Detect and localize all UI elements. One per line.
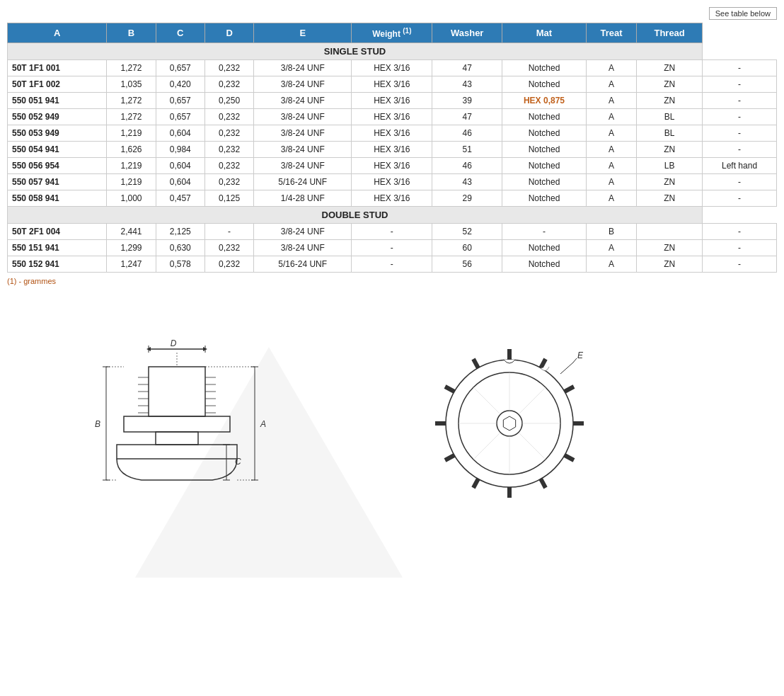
table-cell: Notched xyxy=(502,109,586,125)
table-cell: HEX 3/16 xyxy=(352,125,432,142)
table-cell: B xyxy=(587,224,637,240)
table-cell: 3/8-24 UNF xyxy=(254,240,352,256)
svg-rect-7 xyxy=(149,367,205,416)
table-cell: 0,232 xyxy=(204,109,253,125)
table-cell: 1,035 xyxy=(107,76,156,93)
table-cell: 550 054 941 xyxy=(8,142,107,158)
table-row: 550 053 9491,2190,6040,2323/8-24 UNFHEX … xyxy=(8,125,777,142)
svg-text:C: C xyxy=(235,457,241,467)
table-cell: ZN xyxy=(637,142,703,158)
table-cell: 550 151 941 xyxy=(8,240,107,256)
table-cell: ZN xyxy=(637,60,703,76)
table-cell: 1/4-28 UNF xyxy=(254,190,352,207)
side-view-diagram: D B A C xyxy=(64,314,304,533)
table-cell: 0,984 xyxy=(156,142,204,158)
table-cell: 550 051 941 xyxy=(8,93,107,109)
table-cell: - xyxy=(703,60,777,76)
col-header-E: E xyxy=(254,23,352,43)
svg-line-61 xyxy=(519,387,546,414)
table-cell: 1,272 xyxy=(107,109,156,125)
table-cell: ZN xyxy=(637,190,703,207)
table-cell: HEX 3/16 xyxy=(352,142,432,158)
table-cell: - xyxy=(352,240,432,256)
svg-line-59 xyxy=(473,387,500,414)
table-cell: 0,232 xyxy=(204,256,253,273)
svg-marker-42 xyxy=(503,416,515,430)
table-cell: 2,441 xyxy=(107,224,156,240)
table-cell: 0,232 xyxy=(204,174,253,190)
table-cell: - xyxy=(703,109,777,125)
svg-line-48 xyxy=(541,479,546,488)
table-cell: 1,626 xyxy=(107,142,156,158)
table-cell: - xyxy=(703,125,777,142)
table-row: 550 056 9541,2190,6040,2323/8-24 UNFHEX … xyxy=(8,158,777,174)
table-cell: 1,219 xyxy=(107,125,156,142)
table-cell: Notched xyxy=(502,76,586,93)
table-cell: A xyxy=(587,158,637,174)
table-cell: 3/8-24 UNF xyxy=(254,93,352,109)
table-cell: HEX 3/16 xyxy=(352,76,432,93)
table-cell: 1,272 xyxy=(107,93,156,109)
col-header-weight: Weight (1) xyxy=(352,23,432,43)
table-cell: HEX 3/16 xyxy=(352,60,432,76)
table-cell xyxy=(637,224,703,240)
table-cell: - xyxy=(502,224,586,240)
table-cell: 1,272 xyxy=(107,60,156,76)
note-box-text: See table below xyxy=(709,7,777,20)
front-view-diagram: E xyxy=(432,346,587,501)
table-cell: ZN xyxy=(637,240,703,256)
table-row: 550 052 9491,2720,6570,2323/8-24 UNFHEX … xyxy=(8,109,777,125)
svg-line-64 xyxy=(573,358,577,363)
table-cell: A xyxy=(587,60,637,76)
table-row: 550 051 9411,2720,6570,2503/8-24 UNFHEX … xyxy=(8,93,777,109)
table-cell: 3/8-24 UNF xyxy=(254,60,352,76)
table-cell: 0,657 xyxy=(156,60,204,76)
table-row: 550 151 9411,2990,6300,2323/8-24 UNF-60N… xyxy=(8,240,777,256)
table-cell: 0,457 xyxy=(156,190,204,207)
table-cell: A xyxy=(587,256,637,273)
table-cell: 0,604 xyxy=(156,158,204,174)
table-cell: 51 xyxy=(432,142,502,158)
table-cell: 0,232 xyxy=(204,60,253,76)
svg-line-50 xyxy=(473,479,478,488)
col-header-treat: Treat xyxy=(587,23,637,43)
table-cell: 2,125 xyxy=(156,224,204,240)
table-cell: HEX 3/16 xyxy=(352,174,432,190)
table-cell: 550 053 949 xyxy=(8,125,107,142)
table-cell: 550 057 941 xyxy=(8,174,107,190)
col-header-C: C xyxy=(156,23,204,43)
svg-line-54 xyxy=(473,359,478,368)
table-cell: - xyxy=(703,190,777,207)
table-cell: BL xyxy=(637,125,703,142)
table-cell: 0,604 xyxy=(156,174,204,190)
table-cell: 0,232 xyxy=(204,125,253,142)
table-cell: 3/8-24 UNF xyxy=(254,224,352,240)
table-cell: 43 xyxy=(432,174,502,190)
table-cell: 47 xyxy=(432,109,502,125)
col-header-mat: Mat xyxy=(502,23,586,43)
footnote: (1) - grammes xyxy=(7,277,777,285)
table-cell: 1,219 xyxy=(107,174,156,190)
table-cell: A xyxy=(587,109,637,125)
table-cell: 5/16-24 UNF xyxy=(254,174,352,190)
diagram-area: D B A C xyxy=(7,299,777,533)
table-cell: 3/8-24 UNF xyxy=(254,142,352,158)
table-cell: 50T 1F1 001 xyxy=(8,60,107,76)
table-cell: - xyxy=(703,224,777,240)
table-cell: 3/8-24 UNF xyxy=(254,76,352,93)
table-cell: 550 052 949 xyxy=(8,109,107,125)
table-cell: - xyxy=(703,76,777,93)
table-cell: A xyxy=(587,93,637,109)
svg-text:E: E xyxy=(577,350,584,360)
svg-rect-9 xyxy=(156,432,198,445)
table-cell: HEX 3/16 xyxy=(352,93,432,109)
svg-line-63 xyxy=(560,363,573,374)
table-cell: - xyxy=(352,224,432,240)
table-cell: 29 xyxy=(432,190,502,207)
table-cell: Notched xyxy=(502,60,586,76)
main-table: A B C D E Weight (1) Washer Mat Treat Th… xyxy=(7,23,777,273)
table-row: 50T 1F1 0011,2720,6570,2323/8-24 UNFHEX … xyxy=(8,60,777,76)
table-cell: HEX 3/16 xyxy=(352,158,432,174)
table-row: 550 057 9411,2190,6040,2325/16-24 UNFHEX… xyxy=(8,174,777,190)
table-cell: A xyxy=(587,125,637,142)
